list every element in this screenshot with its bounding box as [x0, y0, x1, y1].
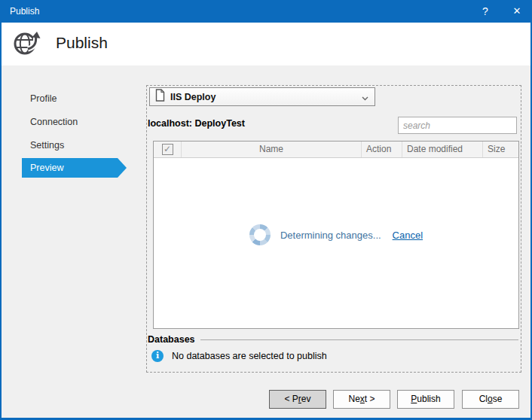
next-button-label-end: t >: [365, 394, 375, 404]
databases-divider: [200, 339, 518, 340]
databases-message: No databases are selected to publish: [172, 351, 327, 361]
preview-panel: IIS Deploy localhost: DeployTest ✓ Name …: [146, 85, 521, 373]
select-all-column-header[interactable]: ✓: [154, 142, 181, 157]
publish-globe-icon: [12, 28, 42, 62]
databases-message-row: i No databases are selected to publish: [151, 350, 327, 362]
prev-button-label-end: ev: [301, 394, 311, 404]
page-title: Publish: [56, 34, 108, 52]
cancel-link[interactable]: Cancel: [393, 230, 423, 241]
search-input[interactable]: [398, 117, 517, 134]
title-bar: Publish ? ✕: [0, 0, 532, 23]
publish-dialog: Publish ? ✕ Publish Profile: [0, 0, 532, 420]
prev-button[interactable]: < Prev: [269, 390, 326, 409]
profile-name: IIS Deploy: [170, 92, 216, 102]
select-all-checkbox[interactable]: ✓: [162, 144, 173, 155]
column-header-size[interactable]: Size: [482, 142, 518, 157]
profile-document-icon: [155, 89, 165, 105]
sidebar-item-settings[interactable]: Settings: [30, 135, 64, 155]
target-label: localhost: DeployTest: [148, 118, 245, 129]
column-header-name[interactable]: Name: [181, 142, 361, 157]
sidebar-item-connection[interactable]: Connection: [30, 112, 78, 132]
window-title: Publish: [10, 0, 39, 23]
next-button-label: Ne: [348, 394, 359, 404]
progress-spinner-icon: [249, 224, 271, 245]
sidebar-item-preview[interactable]: Preview: [22, 158, 118, 178]
databases-group-header: Databases: [148, 334, 518, 345]
prev-button-label: < P: [284, 394, 298, 404]
help-button[interactable]: ?: [473, 0, 497, 23]
publish-button[interactable]: Publish: [397, 390, 454, 409]
close-button[interactable]: Close: [462, 390, 519, 409]
databases-title: Databases: [148, 334, 195, 345]
close-button-label-end: se: [493, 394, 503, 404]
chevron-down-icon: [362, 90, 368, 104]
close-button-accel: o: [488, 394, 493, 404]
file-table-header: ✓ Name Action Date modified Size: [154, 142, 518, 158]
publish-button-label-end: ublish: [417, 394, 440, 404]
column-header-action[interactable]: Action: [361, 142, 402, 157]
dialog-header: Publish: [2, 23, 530, 65]
status-text: Determining changes...: [280, 230, 381, 241]
column-header-date-modified[interactable]: Date modified: [402, 142, 482, 157]
info-icon: i: [151, 350, 164, 362]
file-table-body: Determining changes... Cancel: [154, 158, 518, 328]
next-button[interactable]: Next >: [333, 390, 390, 409]
publish-profile-dropdown[interactable]: IIS Deploy: [149, 87, 375, 106]
status-row: Determining changes... Cancel: [154, 224, 518, 245]
file-table: ✓ Name Action Date modified Size Determi…: [153, 141, 519, 329]
window-border-left: [0, 23, 2, 420]
sidebar-item-profile[interactable]: Profile: [30, 89, 57, 108]
close-icon[interactable]: ✕: [505, 0, 529, 23]
close-button-label: Cl: [479, 394, 488, 404]
